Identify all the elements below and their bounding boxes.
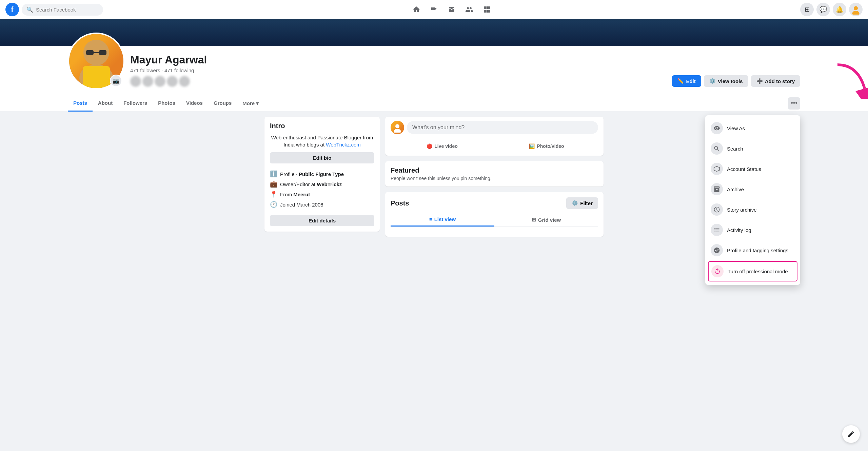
account-status-icon [711,163,723,175]
grid-view-icon: ⊞ [532,217,536,223]
dropdown-search[interactable]: Search [705,138,800,159]
clock-icon: 🕐 [270,201,277,208]
dropdown-menu: View As Search Account Status Archive St… [705,115,800,242]
filter-button[interactable]: ⚙️ Filter [566,197,598,209]
home-nav-btn[interactable] [408,1,425,18]
featured-title: Featured [391,166,598,174]
list-view-tab[interactable]: ≡ List view [391,213,494,227]
live-video-btn[interactable]: 🔴 Live video [391,141,494,152]
posts-title: Posts [391,199,409,207]
chevron-down-icon: ▾ [256,100,259,106]
profile-friend-icons [130,76,667,87]
location-icon: 📍 [270,191,277,198]
info-icon: ℹ️ [270,170,277,178]
grid-icon-btn[interactable]: ⊞ [800,3,814,16]
profile-avatar-wrap: 📷 [68,33,125,90]
svg-rect-1 [487,6,490,9]
svg-point-4 [854,6,858,10]
work-icon: 💼 [270,180,277,188]
tab-more[interactable]: More ▾ [237,96,264,111]
groups-nav-btn[interactable] [461,1,477,18]
dropdown-profile-settings[interactable]: Profile and tagging settings [705,240,800,242]
facebook-logo[interactable]: f [5,3,19,16]
svg-rect-8 [86,50,94,55]
search-bar-container[interactable]: 🔍 [22,4,103,16]
tab-videos[interactable]: Videos [181,95,208,112]
svg-rect-9 [99,50,106,55]
activity-log-icon [711,224,723,236]
add-to-story-button[interactable]: ➕ Add to story [751,75,800,87]
video-nav-btn[interactable] [426,1,442,18]
store-nav-btn[interactable] [443,1,460,18]
archive-icon [711,183,723,195]
edit-details-button[interactable]: Edit details [270,215,374,226]
profile-wrapper: 📷 Mayur Agarwal 471 followers · 471 foll… [0,19,868,111]
live-video-icon: 🔴 [427,143,432,149]
dropdown-account-status[interactable]: Account Status [705,159,800,179]
story-archive-label: Story archive [727,207,757,213]
search-icon: 🔍 [26,6,33,13]
intro-card: Intro Web enthusiast and Passionate Blog… [264,117,380,232]
view-tools-button[interactable]: ⚙️ View tools [704,75,748,87]
svg-rect-2 [484,10,487,13]
edit-icon: ✏️ [677,78,684,84]
svg-rect-11 [83,66,110,88]
svg-rect-3 [487,10,490,13]
bio-link[interactable]: WebTrickz.com [326,142,361,148]
story-archive-icon [711,203,723,216]
intro-bio: Web enthusiast and Passionate Blogger fr… [270,134,374,148]
main-content: Intro Web enthusiast and Passionate Blog… [197,111,671,242]
dropdown-activity-log[interactable]: Activity log [705,220,800,240]
tab-photos[interactable]: Photos [153,95,181,112]
profile-name: Mayur Agarwal [130,53,667,66]
view-as-icon [711,122,723,134]
svg-point-14 [394,129,401,133]
tab-followers[interactable]: Followers [118,95,153,112]
profile-info-row: 📷 Mayur Agarwal 471 followers · 471 foll… [0,46,868,95]
menu-nav-btn[interactable] [479,1,495,18]
archive-label: Archive [727,187,744,192]
intro-item-profile: ℹ️ Profile · Public Figure Type [270,170,374,178]
photo-video-btn[interactable]: 🖼️ Photo/video [495,141,598,152]
topnav-center [408,1,495,18]
grid-view-tab[interactable]: ⊞ Grid view [494,213,598,227]
messenger-icon-btn[interactable]: 💬 [816,3,830,16]
dropdown-story-archive[interactable]: Story archive [705,199,800,220]
composer-avatar [391,121,404,134]
bell-icon-btn[interactable]: 🔔 [833,3,846,16]
tab-about[interactable]: About [93,95,118,112]
dropdown-view-as[interactable]: View As [705,118,800,138]
posts-view-tabs: ≡ List view ⊞ Grid view [391,213,598,227]
filter-icon: ⚙️ [572,200,578,206]
intro-title: Intro [270,122,374,130]
camera-icon[interactable]: 📷 [110,75,122,87]
search-input[interactable] [36,7,98,13]
intro-item-joined: 🕐 Joined March 2008 [270,201,374,208]
profile-stats: 471 followers · 471 following [130,67,667,73]
cover-photo [0,19,868,46]
view-tools-icon: ⚙️ [709,78,716,84]
activity-log-label: Activity log [727,227,751,233]
account-status-label: Account Status [727,166,761,172]
compose-input[interactable]: What's on your mind? [407,121,598,134]
edit-button[interactable]: ✏️ Edit [672,75,701,87]
tab-posts[interactable]: Posts [68,95,93,112]
photo-video-icon: 🖼️ [529,143,535,149]
svg-rect-0 [484,6,487,9]
topnav-left: f 🔍 [5,3,103,16]
intro-item-work: 💼 Owner/Editor at WebTrickz [270,180,374,188]
tab-groups[interactable]: Groups [208,95,237,112]
dropdown-archive[interactable]: Archive [705,179,800,199]
edit-bio-button[interactable]: Edit bio [270,152,374,163]
topnav: f 🔍 ⊞ 💬 🔔 [0,0,868,19]
user-avatar[interactable] [849,3,863,16]
featured-subtitle: People won't see this unless you pin som… [391,176,598,181]
svg-point-13 [395,124,399,128]
svg-point-5 [852,11,860,15]
left-column: Intro Web enthusiast and Passionate Blog… [264,117,380,237]
featured-card: Featured People won't see this unless yo… [385,161,604,187]
profile-name-area: Mayur Agarwal 471 followers · 471 follow… [130,53,667,90]
post-composer: What's on your mind? 🔴 Live video 🖼️ Pho… [385,117,604,156]
composer-actions: 🔴 Live video 🖼️ Photo/video [391,138,598,152]
ellipsis-menu-button[interactable]: ••• [788,97,800,110]
